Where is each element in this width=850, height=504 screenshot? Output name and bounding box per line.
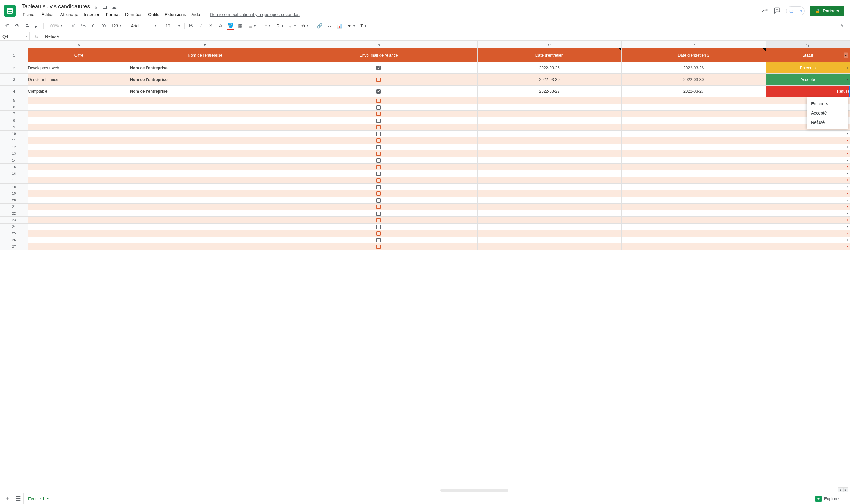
cell[interactable] bbox=[28, 130, 130, 137]
dropdown-icon[interactable]: ▾ bbox=[847, 185, 848, 188]
print-button[interactable]: 🖶 bbox=[22, 21, 32, 31]
cell[interactable] bbox=[280, 183, 477, 190]
cell[interactable] bbox=[622, 150, 766, 157]
scroll-right-button[interactable]: ► bbox=[843, 487, 848, 492]
select-all-cell[interactable] bbox=[0, 41, 28, 49]
cell[interactable] bbox=[622, 130, 766, 137]
checkbox-icon[interactable] bbox=[377, 238, 381, 242]
row-header-25[interactable]: 25 bbox=[0, 230, 28, 237]
cell[interactable] bbox=[477, 203, 622, 210]
row-header-7[interactable]: 7 bbox=[0, 111, 28, 118]
checkbox-icon[interactable] bbox=[377, 205, 381, 209]
cell[interactable]: ▾ bbox=[766, 137, 850, 144]
cell[interactable] bbox=[477, 183, 622, 190]
row-header-11[interactable]: 11 bbox=[0, 137, 28, 144]
menu-fichier[interactable]: Fichier bbox=[20, 11, 38, 18]
italic-button[interactable]: I bbox=[196, 21, 206, 31]
cell[interactable] bbox=[280, 237, 477, 244]
cell[interactable] bbox=[622, 164, 766, 170]
checkbox-icon[interactable] bbox=[377, 198, 381, 203]
cell-entreprise[interactable]: Nom de l'entreprise bbox=[130, 74, 280, 86]
cell[interactable] bbox=[622, 144, 766, 150]
cell[interactable] bbox=[28, 203, 130, 210]
col-header-B[interactable]: B bbox=[130, 41, 280, 49]
cell[interactable] bbox=[130, 217, 280, 223]
cell[interactable] bbox=[622, 137, 766, 144]
cell[interactable] bbox=[130, 177, 280, 184]
cell[interactable] bbox=[28, 124, 130, 131]
cell[interactable] bbox=[622, 117, 766, 124]
cell-date2[interactable]: 2022-03-27 bbox=[622, 86, 766, 97]
menu-extensions[interactable]: Extensions bbox=[162, 11, 188, 18]
header-cell-O[interactable]: Date d'entretien bbox=[477, 49, 622, 62]
rotate-button[interactable]: ⟲ ▾ bbox=[299, 22, 311, 30]
checkbox-icon[interactable] bbox=[377, 245, 381, 249]
dropdown-icon[interactable]: ▾ bbox=[847, 165, 848, 168]
cell[interactable] bbox=[130, 170, 280, 177]
header-cell-Q[interactable]: Statut▾ bbox=[766, 49, 850, 62]
cell[interactable] bbox=[28, 197, 130, 203]
row-header-20[interactable]: 20 bbox=[0, 197, 28, 203]
cell[interactable] bbox=[280, 244, 477, 250]
menu-affichage[interactable]: Affichage bbox=[58, 11, 81, 18]
cell[interactable] bbox=[130, 210, 280, 217]
share-button[interactable]: 🔒 Partager bbox=[810, 5, 845, 16]
cell[interactable] bbox=[280, 190, 477, 197]
cell[interactable]: ▾ bbox=[766, 190, 850, 197]
dropdown-icon[interactable]: ▾ bbox=[847, 145, 848, 148]
cell[interactable]: ▾ bbox=[766, 237, 850, 244]
row-header-17[interactable]: 17 bbox=[0, 177, 28, 184]
checkbox-icon[interactable] bbox=[377, 138, 381, 143]
decrease-decimal-button[interactable]: .0 bbox=[89, 21, 98, 31]
trend-icon[interactable] bbox=[761, 7, 768, 15]
cell-entreprise[interactable]: Nom de l'entreprise bbox=[130, 86, 280, 97]
cell[interactable] bbox=[477, 137, 622, 144]
cell[interactable]: ▾ bbox=[766, 144, 850, 150]
dropdown-icon[interactable]: ▾ bbox=[847, 245, 848, 248]
checkbox-icon[interactable] bbox=[377, 218, 381, 222]
cell[interactable] bbox=[622, 157, 766, 164]
cell[interactable] bbox=[280, 223, 477, 230]
wrap-button[interactable]: ↲ ▾ bbox=[286, 22, 298, 30]
sheets-logo[interactable] bbox=[4, 5, 16, 17]
row-header-23[interactable]: 23 bbox=[0, 217, 28, 223]
cell[interactable] bbox=[622, 237, 766, 244]
dropdown-icon[interactable]: ▾ bbox=[847, 159, 848, 162]
cell[interactable] bbox=[28, 183, 130, 190]
fill-color-button[interactable]: 🪣 bbox=[226, 21, 235, 31]
cell[interactable] bbox=[130, 237, 280, 244]
cell[interactable] bbox=[28, 223, 130, 230]
cell[interactable] bbox=[477, 111, 622, 118]
dropdown-icon[interactable]: ▾ bbox=[847, 78, 848, 81]
cell[interactable] bbox=[280, 170, 477, 177]
cell[interactable]: ▾ bbox=[766, 177, 850, 184]
number-format-combo[interactable]: 123▾ bbox=[108, 22, 124, 30]
cell[interactable] bbox=[28, 190, 130, 197]
functions-button[interactable]: Σ ▾ bbox=[358, 22, 369, 30]
col-header-O[interactable]: O bbox=[477, 41, 622, 49]
menu-outils[interactable]: Outils bbox=[145, 11, 162, 18]
valign-button[interactable]: ↧ ▾ bbox=[274, 22, 285, 30]
cell[interactable] bbox=[280, 130, 477, 137]
row-header-8[interactable]: 8 bbox=[0, 117, 28, 124]
row-header-19[interactable]: 19 bbox=[0, 190, 28, 197]
cell[interactable] bbox=[622, 210, 766, 217]
cell[interactable] bbox=[28, 150, 130, 157]
comment-button[interactable]: 🗨 bbox=[325, 21, 334, 31]
row-header-18[interactable]: 18 bbox=[0, 183, 28, 190]
validation-option[interactable]: Refusé bbox=[807, 118, 848, 127]
row-header-5[interactable]: 5 bbox=[0, 97, 28, 104]
horizontal-scrollbar[interactable] bbox=[440, 489, 508, 492]
cell[interactable] bbox=[477, 170, 622, 177]
menu-insertion[interactable]: Insertion bbox=[81, 11, 103, 18]
cell[interactable] bbox=[130, 111, 280, 118]
cell[interactable] bbox=[130, 244, 280, 250]
cell[interactable]: ▾ bbox=[766, 217, 850, 223]
paint-format-button[interactable]: 🖌 bbox=[32, 21, 41, 31]
cell[interactable] bbox=[28, 217, 130, 223]
cell[interactable] bbox=[477, 157, 622, 164]
menu-aide[interactable]: Aide bbox=[189, 11, 203, 18]
strike-button[interactable]: S bbox=[206, 21, 215, 31]
dropdown-icon[interactable]: ▾ bbox=[847, 199, 848, 202]
redo-button[interactable]: ↷ bbox=[12, 21, 22, 31]
